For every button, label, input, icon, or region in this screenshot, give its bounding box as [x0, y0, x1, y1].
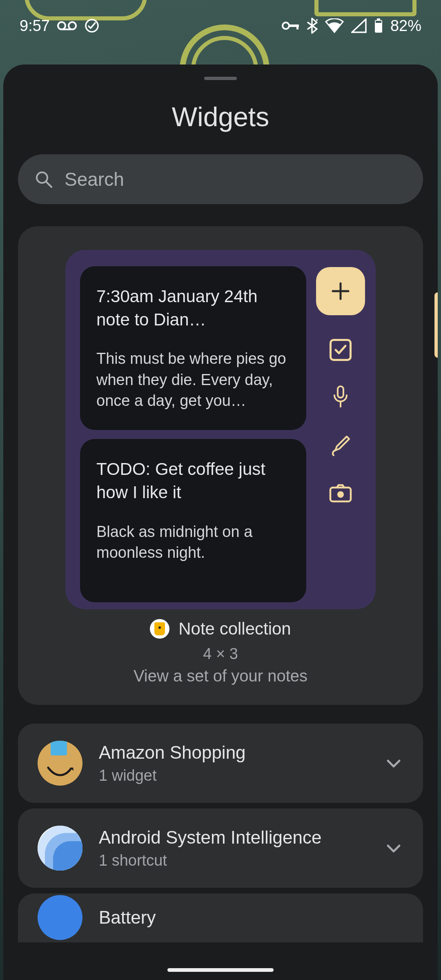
chevron-down-icon [384, 753, 403, 773]
scrollbar-indicator[interactable] [434, 292, 438, 358]
search-icon [34, 170, 53, 189]
battery-percent: 82% [390, 17, 421, 35]
note-body: Black as midnight on a moonless night. [96, 521, 290, 564]
new-drawing-button[interactable] [328, 433, 353, 457]
do-not-disturb-icon [84, 18, 100, 33]
bluetooth-icon [307, 18, 318, 34]
voicemail-icon [57, 20, 77, 31]
search-bar[interactable] [18, 154, 423, 204]
app-subtitle: 1 widget [99, 767, 368, 784]
new-voice-note-button[interactable] [328, 385, 353, 409]
app-name: Android System Intelligence [99, 827, 368, 848]
cellular-icon [351, 18, 367, 33]
svg-rect-10 [376, 21, 381, 23]
gesture-nav-bar[interactable] [167, 968, 274, 972]
search-input[interactable] [65, 168, 407, 190]
widgets-sheet: Widgets 7:30am January 24th note to Dian… [3, 65, 438, 980]
battery-icon [374, 18, 383, 33]
svg-rect-9 [377, 18, 380, 20]
microphone-icon [331, 385, 350, 409]
wifi-icon [325, 18, 344, 33]
asi-app-icon [38, 826, 82, 871]
note-title: TODO: Get coffee just how I like it [96, 458, 290, 504]
check-icon [333, 342, 348, 357]
app-row-amazon-shopping[interactable]: Amazon Shopping 1 widget [18, 724, 423, 803]
app-row-battery[interactable]: Battery [18, 893, 423, 942]
note-title: 7:30am January 24th note to Dian… [96, 285, 290, 331]
vpn-key-icon [282, 21, 300, 31]
svg-point-7 [316, 19, 318, 21]
widget-description: View a set of your notes [38, 667, 403, 685]
note-collection-widget-preview: 7:30am January 24th note to Dian… This m… [65, 250, 376, 609]
widget-preview-card[interactable]: 7:30am January 24th note to Dian… This m… [18, 226, 423, 705]
note-card: TODO: Get coffee just how I like it Blac… [80, 439, 306, 602]
app-row-android-system-intelligence[interactable]: Android System Intelligence 1 shortcut [18, 808, 423, 888]
keep-app-icon [150, 619, 169, 639]
status-time: 9:57 [20, 17, 50, 35]
svg-point-0 [58, 22, 65, 29]
battery-app-icon [38, 895, 82, 940]
sheet-grabber[interactable] [204, 77, 237, 80]
chevron-down-icon [384, 838, 403, 858]
app-subtitle: 1 shortcut [99, 852, 368, 869]
svg-line-12 [46, 182, 51, 187]
svg-rect-6 [296, 24, 298, 29]
widget-size: 4 × 3 [38, 645, 403, 663]
brush-icon [330, 434, 352, 456]
svg-point-18 [337, 491, 344, 498]
camera-icon [329, 483, 352, 503]
status-bar: 9:57 82% [0, 0, 441, 45]
page-title: Widgets [18, 101, 423, 132]
note-card: 7:30am January 24th note to Dian… This m… [80, 266, 306, 430]
note-body: This must be where pies go when they die… [96, 348, 290, 411]
add-note-button[interactable] [316, 267, 365, 315]
svg-point-4 [283, 22, 289, 29]
app-name: Battery [99, 907, 403, 928]
new-photo-note-button[interactable] [328, 481, 353, 506]
widget-name: Note collection [178, 619, 291, 639]
app-name: Amazon Shopping [99, 742, 368, 763]
new-checklist-button[interactable] [330, 339, 352, 361]
amazon-app-icon [38, 741, 82, 786]
svg-point-1 [69, 22, 76, 29]
plus-icon [330, 281, 351, 301]
svg-rect-15 [338, 386, 343, 398]
